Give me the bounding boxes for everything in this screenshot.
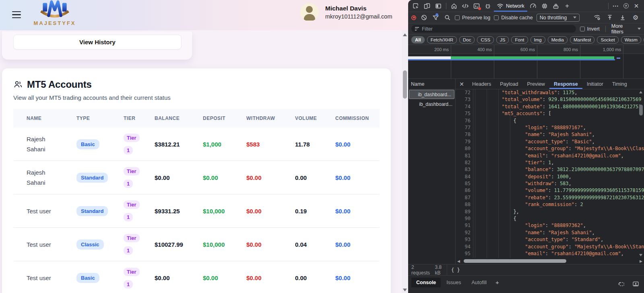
invert-toggle[interactable]: Invert [580,26,600,32]
horizontal-scroll-track[interactable] [461,259,638,263]
throttling-select[interactable]: No throttling [537,14,580,22]
filter-pill-socket[interactable]: Socket [597,36,618,43]
console-icon[interactable] [471,1,482,11]
more-options-icon[interactable]: ⋯ [610,1,621,11]
token-k: "account_type" [525,139,566,144]
token-p: : [543,230,548,235]
timeline-bar-content [451,56,614,59]
filter-pill-fetchxhr[interactable]: Fetch/XHR [427,36,457,43]
view-history-button[interactable]: View History [13,35,182,50]
import-har-icon[interactable] [605,13,615,23]
home-icon[interactable] [449,1,459,11]
recorder-icon[interactable] [616,279,626,289]
application-icon[interactable] [551,1,561,11]
inspect-icon[interactable] [411,1,421,11]
preserve-log-checkbox[interactable] [455,15,460,20]
chevron-down-icon [573,17,576,19]
page-scrollbar-thumb[interactable] [403,70,407,99]
close-detail-icon[interactable]: ✕ [456,81,468,87]
scroll-up-arrow-icon[interactable] [403,33,407,36]
cell-name: Rajesh Sahani [13,134,63,154]
tab-timing[interactable]: Timing [608,79,632,89]
request-name-header[interactable]: Name [408,79,455,89]
user-menu[interactable]: Michael Davis mkroy101112@gmail.com [300,3,392,21]
cell-deposit: $10,000 [190,241,233,248]
memory-icon[interactable] [539,1,550,11]
cell-withdraw: $0.00 [233,274,282,281]
help-icon[interactable]: ? [621,1,631,11]
close-devtools-icon[interactable]: ✕ [631,1,642,11]
drawer-tab-console[interactable]: Console [411,278,441,287]
response-vertical-scrollbar[interactable] [639,90,644,257]
network-conditions-icon[interactable] [592,13,602,23]
timeline-overview[interactable] [408,54,644,79]
tab-preview[interactable]: Preview [522,79,549,89]
request-row[interactable]: ib_dashboard... [408,99,455,109]
filter-pill-font[interactable]: Font [511,36,528,43]
response-horizontal-scrollbar[interactable]: ◀ ▶ [456,258,644,264]
filter-pill-doc[interactable]: Doc [459,36,475,43]
clear-icon[interactable] [420,13,428,23]
tab-network[interactable]: Network [494,0,527,12]
indent-guide [475,89,475,258]
preserve-log-toggle[interactable]: Preserve log [455,15,490,21]
timeline-tick: 200 ms [408,45,451,54]
search-icon[interactable] [443,13,451,23]
disable-cache-toggle[interactable]: Disable cache [494,15,533,21]
token-k: "mt5_accounts" [502,111,543,116]
filter-pill-manifest[interactable]: Manifest [570,36,594,43]
format-json-button[interactable]: { } [451,267,460,273]
scroll-down-arrow-icon[interactable] [403,289,407,291]
device-toolbar-icon[interactable] [422,1,432,11]
panel-up-icon[interactable] [630,279,641,289]
filter-pill-css[interactable]: CSS [477,36,494,43]
avatar[interactable] [300,3,319,21]
scroll-left-arrow-icon[interactable]: ◀ [457,259,460,263]
elements-code-icon[interactable] [460,1,471,11]
tab-headers[interactable]: Headers [468,79,495,89]
scroll-up-arrow-icon[interactable] [639,91,642,93]
disable-cache-checkbox[interactable] [494,15,499,20]
tier-badge: Tier 1 [124,232,142,257]
filter-pill-all[interactable]: All [411,36,425,43]
line-number: 74 [456,103,473,110]
tab-payload[interactable]: Payload [495,79,522,89]
tab-initiator[interactable]: Initiator [582,79,608,89]
filter-input[interactable]: Filter [411,25,576,33]
line-number: 73 [456,96,473,103]
record-button[interactable] [411,15,416,20]
tab-response[interactable]: Response [549,79,582,89]
drawer-tab-issues[interactable]: Issues [442,278,466,287]
export-har-icon[interactable] [617,13,628,23]
filter-pill-img[interactable]: Img [530,36,545,43]
request-row[interactable]: ib_dashboard... [409,90,454,99]
scroll-right-arrow-icon[interactable]: ▶ [640,259,642,263]
hamburger-menu-icon[interactable] [12,11,21,20]
filter-pill-js[interactable]: JS [496,36,509,43]
drawer-tab-autofill[interactable]: Autofill [466,278,491,287]
app-logo: MAJESTYFX [31,0,78,26]
dock-side-icon[interactable] [433,1,444,11]
filter-pill-wasm[interactable]: Wasm [621,36,641,43]
bug-icon[interactable] [483,1,493,11]
token-p: , [592,230,594,235]
code-line: 96"tier": 1, [456,257,644,258]
network-filter-icon[interactable] [431,13,440,23]
page-scrollbar[interactable] [402,30,408,293]
network-settings-gear-icon[interactable]: ⚙ [630,13,641,23]
response-scrollbar-thumb[interactable] [639,105,643,116]
performance-icon[interactable] [528,1,539,11]
cell-balance: $0.00 [141,274,190,281]
more-filters-button[interactable]: More filters [611,23,641,35]
horizontal-scroll-thumb[interactable] [464,259,566,263]
token-k: "account_type" [525,237,566,242]
token-p: }, [513,209,519,215]
filter-pill-media[interactable]: Media [548,36,568,43]
token-s: "Rajesh Sahani" [548,230,592,235]
scroll-down-arrow-icon[interactable] [639,254,642,256]
add-panel-icon[interactable]: + [562,1,572,11]
type-badge: Basic [76,273,99,283]
cell-name: Test user [13,206,63,216]
invert-checkbox[interactable] [580,27,585,31]
add-drawer-tab-icon[interactable]: + [492,278,502,287]
